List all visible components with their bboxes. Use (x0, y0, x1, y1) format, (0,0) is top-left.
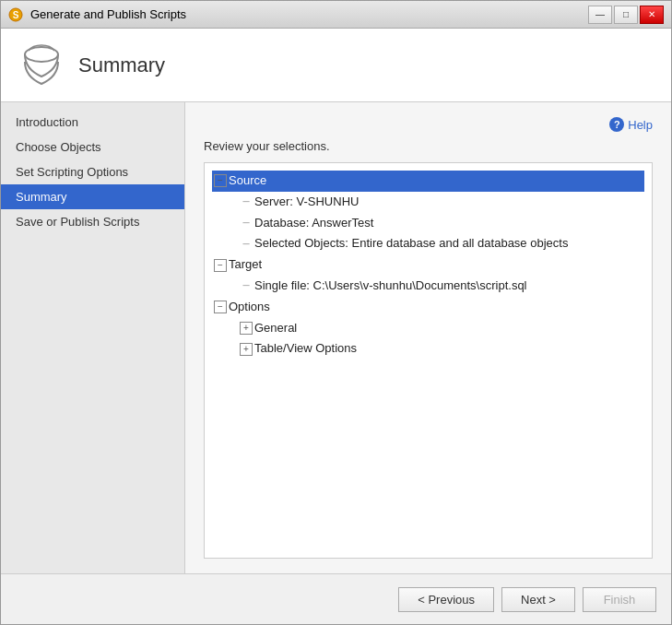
table-view-toggle[interactable]: + (240, 343, 253, 356)
previous-button[interactable]: < Previous (398, 587, 494, 612)
tree-node-single-file: ─ Single file: C:\Users\v-shunhu\Documen… (212, 276, 644, 297)
close-button[interactable]: ✕ (640, 6, 664, 24)
main-panel: ? Help Review your selections. − Source … (185, 102, 671, 573)
sidebar-item-summary[interactable]: Summary (1, 184, 184, 209)
header-icon (19, 43, 64, 88)
title-bar: S Generate and Publish Scripts — □ ✕ (1, 1, 671, 29)
leaf-line: ─ (240, 216, 253, 230)
tree-node-server: ─ Server: V-SHUNHU (212, 192, 644, 213)
tree-node-selected-objects: ─ Selected Objects: Entire database and … (212, 233, 644, 254)
options-toggle[interactable]: − (214, 301, 227, 313)
sidebar-item-set-scripting-options[interactable]: Set Scripting Options (1, 159, 184, 184)
target-toggle[interactable]: − (214, 259, 227, 272)
finish-button[interactable]: Finish (583, 587, 656, 612)
sidebar: Introduction Choose Objects Set Scriptin… (1, 102, 185, 573)
sidebar-item-choose-objects[interactable]: Choose Objects (1, 135, 184, 159)
title-bar-controls: — □ ✕ (588, 6, 664, 24)
title-bar-left: S Generate and Publish Scripts (8, 7, 186, 22)
content-area: Introduction Choose Objects Set Scriptin… (1, 102, 671, 573)
tree-node-target[interactable]: − Target (212, 254, 644, 276)
leaf-line: ─ (240, 195, 253, 209)
general-toggle[interactable]: + (240, 322, 253, 335)
main-window: S Generate and Publish Scripts — □ ✕ Sum… (0, 0, 672, 625)
app-icon: S (8, 7, 23, 22)
footer: < Previous Next > Finish (1, 573, 671, 624)
minimize-button[interactable]: — (588, 6, 612, 24)
tree-node-general[interactable]: + General (212, 318, 644, 339)
help-button[interactable]: ? Help (609, 117, 653, 132)
review-label: Review your selections. (204, 139, 653, 153)
svg-text:S: S (13, 10, 19, 20)
source-toggle[interactable]: − (214, 174, 227, 187)
tree-node-table-view[interactable]: + Table/View Options (212, 338, 644, 360)
leaf-line: ─ (240, 278, 253, 293)
tree-node-options[interactable]: − Options (212, 297, 644, 318)
page-title: Summary (78, 53, 165, 77)
tree-node-source[interactable]: − Source (212, 171, 644, 192)
tree-view: − Source ─ Server: V-SHUNHU ─ Database: … (204, 162, 653, 559)
leaf-line: ─ (240, 237, 253, 252)
help-row: ? Help (204, 117, 653, 132)
help-icon: ? (609, 117, 624, 132)
sidebar-item-introduction[interactable]: Introduction (1, 110, 184, 135)
restore-button[interactable]: □ (614, 6, 638, 24)
sidebar-item-save-or-publish[interactable]: Save or Publish Scripts (1, 209, 184, 234)
window-title: Generate and Publish Scripts (30, 7, 186, 21)
tree-node-database: ─ Database: AnswerTest (212, 213, 644, 234)
header: Summary (1, 29, 671, 102)
next-button[interactable]: Next > (501, 587, 575, 612)
